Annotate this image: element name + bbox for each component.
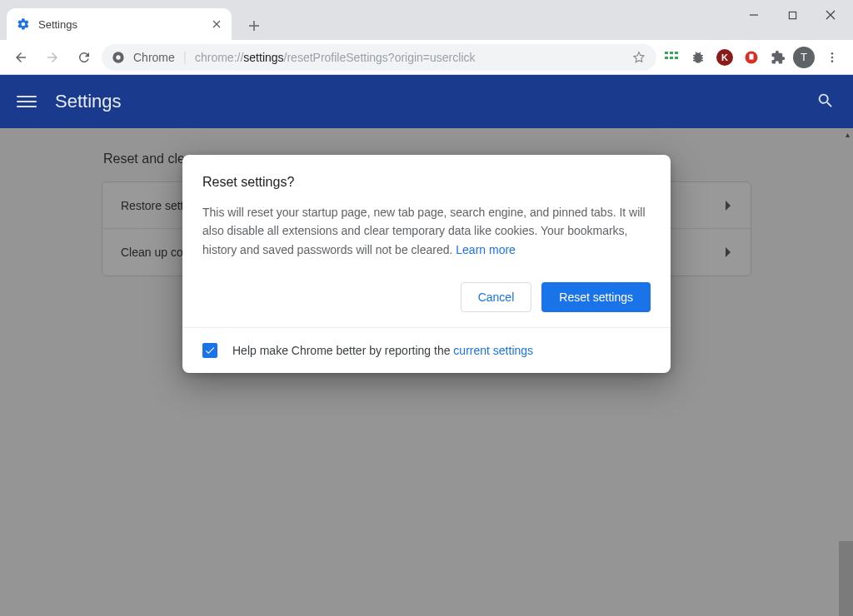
svg-rect-6	[665, 57, 668, 59]
extension-icon-grid[interactable]	[660, 46, 683, 69]
cancel-button[interactable]: Cancel	[461, 282, 532, 312]
bookmark-star-icon[interactable]	[631, 50, 646, 65]
cancel-button-label: Cancel	[478, 291, 515, 304]
extension-icon-k[interactable]: K	[713, 46, 736, 69]
avatar-initial: T	[801, 51, 807, 63]
url-text: chrome://settings/resetProfileSettings?o…	[195, 51, 623, 64]
window-minimize-button[interactable]	[735, 2, 773, 28]
settings-header: Settings	[0, 75, 853, 128]
dialog-body-text: This will reset your startup page, new t…	[202, 203, 651, 259]
new-tab-button[interactable]	[240, 12, 268, 40]
svg-point-12	[831, 56, 834, 58]
menu-icon[interactable]	[17, 92, 37, 112]
url-chip: Chrome	[133, 51, 175, 64]
current-settings-link[interactable]: current settings	[453, 344, 533, 357]
profile-avatar[interactable]: T	[793, 47, 815, 68]
extension-icon-bug[interactable]	[686, 46, 710, 69]
report-settings-checkbox[interactable]	[202, 343, 217, 358]
svg-rect-5	[675, 52, 678, 54]
window-titlebar: Settings	[0, 0, 853, 40]
chrome-icon	[112, 51, 125, 64]
url-separator: |	[183, 50, 187, 65]
svg-rect-7	[670, 57, 673, 59]
svg-point-11	[831, 52, 834, 55]
svg-rect-8	[675, 57, 678, 59]
address-bar[interactable]: Chrome | chrome://settings/resetProfileS…	[102, 44, 656, 71]
window-maximize-button[interactable]	[773, 2, 811, 28]
learn-more-link[interactable]: Learn more	[456, 243, 516, 256]
gear-icon	[17, 17, 30, 31]
back-button[interactable]	[7, 43, 35, 72]
reload-button[interactable]	[70, 43, 98, 72]
extension-icon-shield[interactable]	[740, 46, 763, 69]
browser-tab[interactable]: Settings	[7, 8, 232, 40]
svg-rect-0	[789, 12, 796, 18]
reset-settings-button[interactable]: Reset settings	[541, 282, 651, 312]
dialog-footer-text: Help make Chrome better by reporting the…	[232, 344, 533, 357]
svg-point-13	[831, 60, 834, 62]
reset-button-label: Reset settings	[559, 291, 633, 304]
settings-content-area: ▴ Reset and clean up Restore settings to…	[0, 128, 853, 616]
svg-rect-4	[670, 52, 673, 54]
dialog-title: Reset settings?	[202, 175, 651, 190]
extensions-puzzle-icon[interactable]	[766, 46, 790, 69]
browser-toolbar: Chrome | chrome://settings/resetProfileS…	[0, 40, 853, 75]
window-controls	[735, 0, 853, 28]
svg-point-2	[116, 55, 120, 59]
tab-close-button[interactable]	[210, 17, 223, 31]
browser-menu-button[interactable]	[818, 43, 846, 72]
reset-settings-dialog: Reset settings? This will reset your sta…	[182, 155, 671, 373]
search-icon[interactable]	[816, 92, 836, 112]
window-close-button[interactable]	[811, 2, 850, 28]
settings-header-title: Settings	[55, 91, 122, 112]
svg-rect-10	[750, 53, 754, 59]
forward-button[interactable]	[38, 43, 67, 72]
tab-title: Settings	[38, 18, 210, 31]
svg-rect-3	[665, 52, 668, 54]
